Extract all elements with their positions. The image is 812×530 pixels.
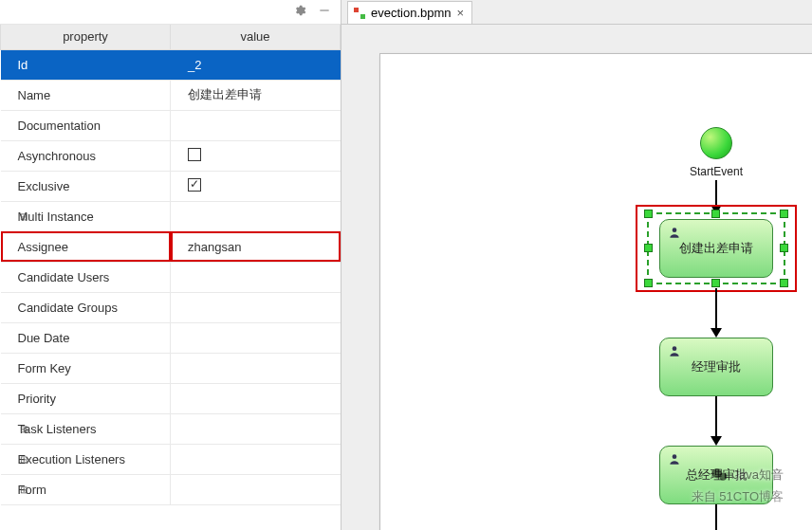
task-create-application[interactable]: 创建出差申请 — [659, 219, 773, 278]
svg-point-4 — [673, 346, 677, 351]
row-due-date[interactable]: Due Date — [1, 322, 341, 353]
expand-icon[interactable]: ⊞ — [20, 484, 28, 495]
svg-rect-2 — [360, 14, 365, 19]
wechat-icon — [710, 466, 729, 484]
table-header-row: property value — [1, 25, 341, 49]
svg-point-5 — [673, 454, 677, 459]
row-assignee[interactable]: Assignee zhangsan — [1, 231, 341, 262]
start-event-circle[interactable] — [700, 127, 732, 159]
value-name[interactable]: 创建出差申请 — [171, 80, 341, 110]
value-assignee[interactable]: zhangsan — [171, 231, 341, 262]
row-documentation[interactable]: Documentation — [1, 110, 341, 140]
svg-rect-0 — [320, 9, 328, 10]
task-manager-approve[interactable]: 经理审批 — [659, 338, 773, 396]
user-icon — [668, 452, 681, 466]
sequence-flow[interactable] — [715, 288, 717, 328]
properties-table: property value Id _2 Name 创建出差申请 Documen… — [0, 25, 341, 505]
bpmn-file-icon — [354, 8, 365, 19]
arrowhead-icon — [710, 328, 722, 338]
expand-icon[interactable]: ⊞ — [20, 454, 28, 465]
tab-evection[interactable]: evection.bpmn × — [347, 1, 472, 24]
sequence-flow[interactable] — [715, 396, 717, 436]
value-documentation[interactable] — [171, 110, 341, 140]
col-value: value — [171, 25, 341, 49]
gear-icon[interactable] — [293, 4, 306, 20]
panel-toolbar — [0, 0, 341, 25]
tab-label: evection.bpmn — [371, 6, 452, 20]
svg-point-7 — [719, 473, 727, 481]
row-name[interactable]: Name 创建出差申请 — [1, 80, 341, 110]
diagram-canvas[interactable]: StartEvent 创建出差申请 — [341, 25, 812, 530]
checkbox-exclusive[interactable] — [188, 178, 201, 192]
row-priority[interactable]: Priority — [1, 383, 341, 413]
row-form[interactable]: ⊞Form — [1, 474, 341, 504]
row-candidate-users[interactable]: Candidate Users — [1, 262, 341, 292]
col-property: property — [1, 25, 171, 49]
row-id[interactable]: Id _2 — [1, 49, 341, 80]
properties-panel: property value Id _2 Name 创建出差申请 Documen… — [0, 0, 341, 530]
watermark-source: 来自 51CTO博客 — [692, 488, 784, 505]
checkbox-asynchronous[interactable] — [188, 148, 201, 161]
sequence-flow[interactable] — [715, 180, 717, 205]
svg-rect-1 — [354, 8, 359, 12]
row-asynchronous[interactable]: Asynchronous — [1, 140, 341, 171]
svg-point-3 — [673, 228, 677, 232]
sequence-flow[interactable] — [715, 504, 717, 530]
row-execution-listeners[interactable]: ⊞Execution Listeners — [1, 444, 341, 474]
row-form-key[interactable]: Form Key — [1, 353, 341, 383]
value-id[interactable]: _2 — [171, 49, 341, 80]
start-event-node[interactable]: StartEvent — [669, 127, 764, 178]
row-exclusive[interactable]: Exclusive — [1, 171, 341, 201]
row-candidate-groups[interactable]: Candidate Groups — [1, 292, 341, 322]
tab-bar: evection.bpmn × — [341, 0, 812, 25]
tab-close-icon[interactable]: × — [457, 6, 465, 20]
user-icon — [668, 344, 681, 357]
expand-icon[interactable]: ⊞ — [20, 211, 28, 222]
minimize-icon[interactable] — [318, 4, 331, 20]
arrowhead-icon — [710, 436, 722, 446]
user-icon — [668, 226, 681, 239]
start-event-label: StartEvent — [669, 165, 764, 178]
row-task-listeners[interactable]: ⊞Task Listeners — [1, 413, 341, 444]
watermark-brand: Java知音 — [710, 466, 784, 484]
expand-icon[interactable]: ⊞ — [20, 424, 28, 434]
row-multi-instance[interactable]: ⊞Multi Instance — [1, 201, 341, 231]
editor-area: evection.bpmn × StartEvent — [341, 0, 812, 530]
